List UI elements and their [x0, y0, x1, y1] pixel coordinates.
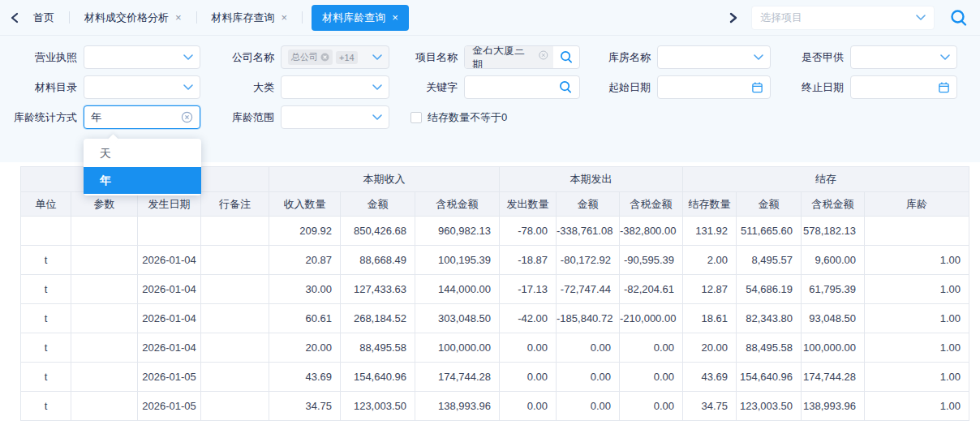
table-cell: 127,433.63 — [341, 275, 415, 304]
table-cell: 9,600.00 — [802, 246, 865, 275]
table-cell: 100,000.00 — [415, 333, 500, 363]
table-cell: 209.92 — [269, 217, 341, 246]
table-row[interactable]: t2026-01-0534.75123,003.50138,993.960.00… — [21, 392, 969, 421]
table-cell: -17.13 — [500, 275, 557, 304]
column-header[interactable]: 金额 — [737, 192, 802, 217]
column-header[interactable]: 金额 — [557, 192, 620, 217]
table-cell: 1.00 — [865, 392, 969, 421]
column-header[interactable]: 含税金额 — [415, 192, 500, 217]
chevron-down-icon — [183, 84, 193, 91]
column-header[interactable]: 行备注 — [201, 192, 269, 217]
tab-close-icon[interactable]: × — [175, 12, 182, 23]
tab-close-icon[interactable]: × — [392, 12, 398, 23]
dropdown-option-day[interactable]: 天 — [84, 140, 201, 167]
chevron-down-icon — [754, 54, 763, 61]
category-label: 大类 — [200, 80, 281, 95]
column-header[interactable]: 参数 — [71, 192, 138, 217]
table-cell: -210,000.00 — [620, 304, 683, 333]
project-name-field[interactable]: 金石大厦三期 — [464, 45, 580, 69]
start-date-label: 起始日期 — [580, 80, 657, 95]
material-catalog-select[interactable] — [84, 75, 200, 99]
global-search-icon[interactable] — [949, 8, 969, 28]
end-date-input[interactable] — [850, 75, 957, 99]
table-cell — [201, 304, 269, 333]
project-select[interactable] — [751, 6, 935, 30]
column-header[interactable]: 含税金额 — [620, 192, 683, 217]
table-row[interactable]: t2026-01-0420.8788,668.49100,195.39-18.8… — [21, 246, 969, 275]
table-cell: 138,993.96 — [802, 392, 865, 421]
keyword-input[interactable] — [464, 75, 580, 99]
table-cell — [201, 275, 269, 304]
business-license-select[interactable] — [84, 45, 200, 69]
column-header[interactable]: 收入数量 — [269, 192, 341, 217]
aging-method-select[interactable]: 年 — [84, 105, 200, 129]
clear-icon[interactable] — [539, 50, 548, 60]
category-select[interactable] — [281, 75, 389, 99]
table-row[interactable]: t2026-01-0543.69154,640.96174,744.280.00… — [21, 363, 969, 392]
dropdown-option-year[interactable]: 年 — [84, 167, 201, 194]
tab-close-icon[interactable]: × — [282, 12, 288, 23]
calendar-icon — [938, 81, 950, 93]
table-cell: -42.00 — [500, 304, 557, 333]
table-cell: 960,982.13 — [415, 217, 500, 246]
aging-method-label: 库龄统计方式 — [0, 110, 84, 125]
tabs-scroll-left-icon[interactable] — [8, 11, 23, 25]
table-row[interactable]: t2026-01-0430.00127,433.63144,000.00-17.… — [21, 275, 969, 304]
table-cell: 138,993.96 — [415, 392, 500, 421]
column-header[interactable]: 单位 — [21, 192, 71, 217]
table-cell: 2026-01-05 — [138, 392, 201, 421]
project-search-icon[interactable] — [560, 50, 574, 64]
table-cell: 43.69 — [683, 363, 737, 392]
column-group-header: 本期收入 — [269, 167, 500, 192]
table-cell: 2.00 — [683, 246, 737, 275]
nonzero-balance-checkbox[interactable] — [410, 112, 422, 123]
table-cell: 1.00 — [865, 246, 969, 275]
tab-home[interactable]: 首页 — [23, 5, 65, 31]
table-cell — [201, 333, 269, 363]
column-header[interactable]: 发出数量 — [500, 192, 557, 217]
table-cell: 123,003.50 — [341, 392, 415, 421]
column-header[interactable]: 库龄 — [865, 192, 969, 217]
table-cell: -80,172.92 — [557, 246, 620, 275]
start-date-input[interactable] — [657, 75, 771, 99]
table-cell: 850,426.68 — [341, 217, 415, 246]
tab-material-price-analysis[interactable]: 材料成交价格分析 × — [74, 5, 192, 31]
table-cell: -82,204.61 — [620, 275, 683, 304]
company-name-select[interactable]: 总公司 +14 — [281, 45, 389, 69]
tab-material-stock-query[interactable]: 材料库存查询 × — [201, 5, 299, 31]
chevron-down-icon — [372, 114, 382, 121]
table-row[interactable]: t2026-01-0420.0088,495.58100,000.000.000… — [21, 333, 969, 363]
warehouse-name-select[interactable] — [657, 45, 771, 69]
table-cell: 0.00 — [500, 363, 557, 392]
tab-material-aging-query[interactable]: 材料库龄查询 × — [312, 5, 409, 31]
project-select-input[interactable] — [760, 11, 916, 24]
table-cell: 0.00 — [620, 363, 683, 392]
table-cell: 0.00 — [557, 333, 620, 363]
table-cell: 2026-01-04 — [138, 246, 201, 275]
table-cell: t — [21, 275, 71, 304]
owner-supplied-select[interactable] — [850, 45, 957, 69]
table-cell: 8,495.57 — [737, 246, 802, 275]
table-cell: 2026-01-04 — [138, 275, 201, 304]
tab-separator — [302, 11, 303, 24]
table-cell: 18.61 — [683, 304, 737, 333]
keyword-search-icon[interactable] — [559, 80, 573, 94]
company-tag-more: +14 — [336, 51, 358, 64]
clear-circle-icon[interactable] — [181, 111, 193, 123]
column-header[interactable]: 含税金额 — [802, 192, 865, 217]
tag-remove-icon[interactable] — [320, 53, 329, 62]
tab-label: 材料库龄查询 — [322, 11, 385, 25]
tabs-scroll-right-icon[interactable] — [725, 11, 740, 25]
table-cell — [201, 246, 269, 275]
table-row[interactable]: t2026-01-0460.61268,184.52303,048.50-42.… — [21, 304, 969, 333]
column-header[interactable]: 发生日期 — [138, 192, 201, 217]
column-header[interactable]: 结存数量 — [683, 192, 737, 217]
table-row[interactable]: 209.92850,426.68960,982.13-78.00-338,761… — [21, 217, 969, 246]
column-header[interactable]: 金额 — [341, 192, 415, 217]
table-cell: 0.00 — [500, 333, 557, 363]
table-cell — [138, 217, 201, 246]
warehouse-name-label: 库房名称 — [580, 50, 657, 65]
table-cell — [71, 246, 138, 275]
aging-range-select[interactable] — [281, 105, 389, 129]
company-name-label: 公司名称 — [200, 50, 281, 65]
